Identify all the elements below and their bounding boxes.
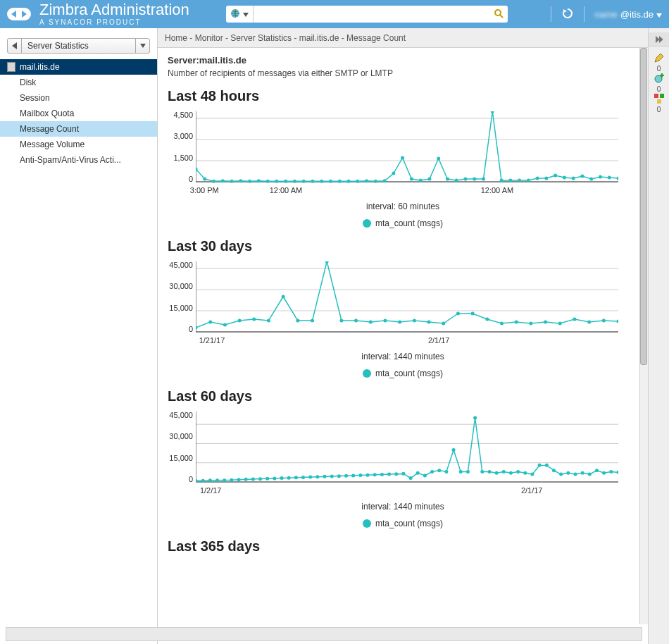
sidebar-tree: mail.itis.de DiskSessionMailbox QuotaMes… (0, 59, 157, 644)
tool-badge: 0 (657, 85, 661, 93)
svg-point-151 (516, 470, 520, 473)
chart-x-label: 1/21/17 (199, 336, 225, 345)
cog-plus-icon (654, 73, 665, 84)
svg-point-128 (351, 473, 355, 477)
sidebar-crumb-dropdown[interactable] (135, 39, 149, 53)
search-scope-button[interactable] (226, 6, 254, 23)
chart-section-title: Last 365 days (168, 538, 638, 555)
svg-point-155 (545, 464, 549, 467)
right-tool-blocks[interactable]: 0 (654, 93, 665, 113)
svg-point-56 (554, 174, 557, 178)
svg-point-25 (275, 180, 278, 183)
svg-point-62 (608, 176, 611, 180)
svg-point-61 (599, 175, 602, 179)
chart-y-labels: 45,00030,00015,0000 (162, 261, 193, 333)
right-tool-strip: 000 (648, 28, 669, 644)
chart-legend: mta_count (msgs) (168, 218, 638, 228)
svg-point-47 (473, 178, 476, 181)
svg-point-139 (430, 470, 434, 473)
sidebar-crumb-label: Server Statistics (22, 41, 135, 51)
svg-point-87 (442, 322, 445, 326)
svg-point-84 (398, 321, 401, 324)
chart-x-label: 3:00 PM (190, 186, 219, 194)
sidebar-server-label: mail.itis.de (20, 62, 60, 72)
collapse-right-panel-button[interactable] (649, 32, 669, 47)
svg-point-23 (257, 179, 261, 182)
svg-marker-6 (563, 9, 567, 13)
svg-point-153 (530, 473, 534, 476)
user-menu[interactable]: name @itis.de (594, 9, 662, 20)
svg-point-114 (251, 478, 255, 481)
svg-point-92 (515, 321, 518, 324)
svg-rect-172 (660, 94, 664, 98)
search-input[interactable] (254, 6, 489, 23)
divider (551, 6, 551, 22)
svg-point-118 (280, 476, 284, 480)
svg-point-21 (239, 179, 242, 182)
svg-marker-7 (656, 13, 662, 18)
svg-point-35 (365, 179, 368, 182)
svg-point-119 (287, 476, 291, 480)
search-submit-button[interactable] (489, 8, 508, 20)
svg-point-158 (566, 471, 570, 475)
svg-point-4 (495, 10, 501, 16)
chart-x-label: 12:00 AM (481, 186, 513, 194)
svg-marker-8 (12, 42, 17, 49)
svg-point-109 (215, 478, 219, 482)
svg-point-77 (296, 319, 299, 323)
brand-subtitle: A SYNACOR PRODUCT (39, 19, 189, 26)
pencil-icon (654, 52, 665, 63)
svg-point-48 (482, 178, 485, 181)
svg-point-79 (325, 261, 329, 264)
content-area: Server:mail.itis.de Number of recipients… (158, 48, 648, 644)
svg-point-81 (354, 319, 358, 323)
content-scrollbar[interactable] (639, 48, 648, 624)
sidebar-item-anti-spam-anti-virus-acti-[interactable]: Anti-Spam/Anti-Virus Acti... (0, 152, 157, 168)
svg-point-162 (595, 469, 599, 472)
svg-point-123 (315, 475, 319, 478)
svg-line-5 (500, 15, 503, 18)
svg-point-60 (589, 178, 593, 181)
sidebar-server-node[interactable]: mail.itis.de (0, 59, 157, 75)
svg-point-154 (538, 464, 542, 467)
search-box (226, 6, 508, 23)
svg-point-17 (203, 178, 206, 181)
chart-interval-label: interval: 60 minutes (168, 202, 638, 211)
svg-point-115 (258, 477, 262, 481)
blocks-icon (654, 93, 665, 104)
svg-point-71 (208, 321, 212, 324)
search-icon (494, 8, 504, 20)
sidebar-item-message-volume[interactable]: Message Volume (0, 137, 157, 152)
sidebar: Server Statistics mail.itis.de DiskSessi… (0, 28, 158, 644)
sidebar-item-message-count[interactable]: Message Count (0, 121, 157, 137)
svg-point-145 (473, 416, 477, 420)
svg-point-41 (419, 179, 423, 182)
svg-rect-173 (657, 99, 661, 104)
legend-dot-icon (363, 369, 371, 378)
svg-point-33 (347, 180, 351, 183)
sidebar-item-disk[interactable]: Disk (0, 75, 157, 90)
nav-arrows (7, 8, 31, 20)
svg-point-32 (338, 180, 342, 183)
nav-forward-icon[interactable] (21, 11, 27, 18)
legend-label: mta_count (msgs) (375, 218, 443, 228)
svg-point-125 (330, 475, 334, 478)
right-tool-pencil[interactable]: 0 (654, 52, 665, 73)
sidebar-back-button[interactable] (8, 39, 22, 53)
brand: Zimbra Administration A SYNACOR PRODUCT (39, 2, 189, 26)
sidebar-item-session[interactable]: Session (0, 90, 157, 106)
svg-point-135 (401, 472, 405, 476)
svg-point-110 (223, 478, 226, 482)
refresh-button[interactable] (561, 7, 574, 22)
svg-point-83 (383, 319, 387, 323)
chart-x-label: 1/2/17 (200, 486, 222, 495)
tool-badge: 0 (657, 106, 661, 113)
svg-point-99 (617, 320, 619, 323)
right-tool-cog-plus[interactable]: 0 (654, 73, 665, 93)
sidebar-item-mailbox-quota[interactable]: Mailbox Quota (0, 106, 157, 121)
sidebar-crumb: Server Statistics (7, 38, 150, 54)
svg-point-122 (308, 476, 312, 479)
svg-marker-167 (659, 36, 663, 43)
svg-point-54 (536, 177, 539, 180)
nav-back-icon[interactable] (11, 11, 17, 18)
